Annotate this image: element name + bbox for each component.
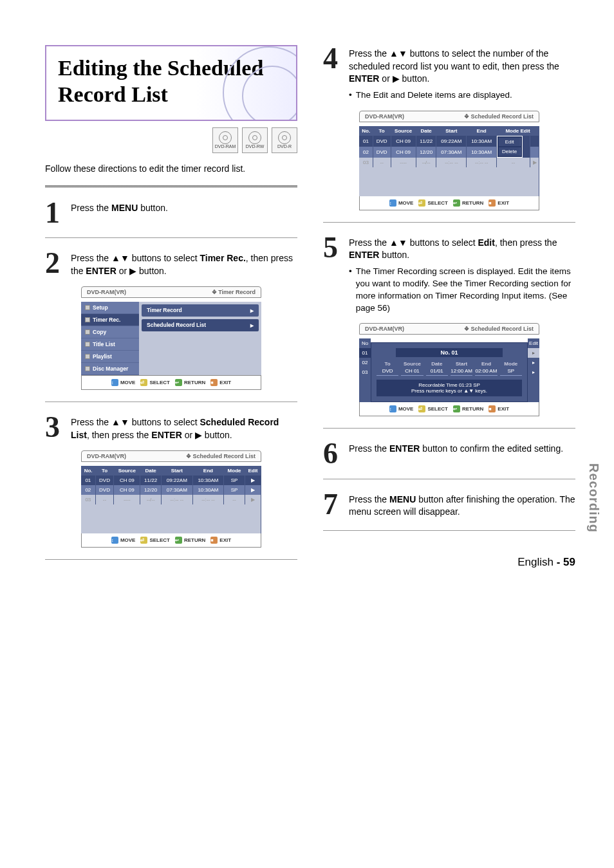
osd-submenu: Timer Record▸ Scheduled Record List▸: [139, 302, 261, 375]
step-number: 3: [45, 414, 63, 441]
step-text: Press the ▲▼ buttons to select Scheduled…: [71, 414, 297, 441]
menu-item: Disc Manager: [81, 363, 139, 375]
step-number: 7: [323, 491, 341, 519]
step-6: 6 Press the ENTER button to confirm the …: [323, 440, 575, 466]
menu-item: Title List: [81, 338, 139, 351]
divider: [323, 530, 575, 531]
step-number: 6: [323, 440, 341, 466]
step-5: 5 Press the ▲▼ buttons to select Edit, t…: [323, 234, 575, 315]
disc-ram-icon: DVD-RAM: [212, 127, 238, 153]
step-number: 1: [45, 199, 63, 226]
divider: [45, 559, 297, 560]
table-row: 03--------/----:-- ----:-- ----▶: [81, 495, 261, 504]
menu-item: Timer Rec.: [81, 314, 139, 326]
step-number: 2: [45, 250, 63, 277]
divider: [45, 402, 297, 402]
divider: [323, 479, 575, 479]
step-text: Press the ▲▼ buttons to select the numbe…: [349, 45, 575, 102]
disc-r-icon: DVD-R: [272, 127, 297, 153]
menu-item: Setup: [81, 302, 139, 314]
section-title-box: Editing the Scheduled Record List: [45, 45, 297, 121]
disc-rw-icon: DVD-RW: [242, 127, 268, 153]
step-4: 4 Press the ▲▼ buttons to select the num…: [323, 45, 575, 102]
menu-item: Copy: [81, 326, 139, 338]
table-row: 02DVDCH 0912/2007:30AM10:30AMSP▶: [81, 485, 261, 495]
table-row: [81, 504, 261, 514]
step-text: Press the ENTER button to confirm the ed…: [349, 440, 563, 466]
disc-icons: DVD-RAM DVD-RW DVD-R: [45, 127, 297, 153]
step-3: 3 Press the ▲▼ buttons to select Schedul…: [45, 414, 297, 441]
divider: [323, 428, 575, 429]
step-7: 7 Press the MENU button after finishing …: [323, 491, 575, 519]
side-tab-label: Recording: [586, 463, 601, 533]
menu-item: Playlist: [81, 351, 139, 363]
intro-text: Follow these directions to edit the time…: [45, 163, 297, 174]
osd-header: DVD-RAM(VR)❖ Timer Record: [81, 286, 261, 298]
page-footer: English - 59: [517, 556, 575, 569]
section-title: Editing the Scheduled Record List: [58, 55, 284, 108]
table-row: [81, 514, 261, 524]
step-1: 1 Press the MENU button.: [45, 199, 297, 226]
osd-timer-menu: DVD-RAM(VR)❖ Timer Record Setup Timer Re…: [81, 286, 261, 390]
osd-footnote: ↕MOVE ⏎SELECT ↩RETURN ■EXIT: [81, 376, 261, 390]
divider: [45, 237, 297, 238]
table-row: 03--------/----:-- ----:-- ----▶: [359, 158, 539, 167]
table-row: [81, 524, 261, 533]
step-2: 2 Press the ▲▼ buttons to select Timer R…: [45, 250, 297, 277]
step-text: Press the ▲▼ buttons to select Edit, the…: [349, 234, 575, 315]
osd-table: No.ToSourceDateStartEndModeEdit 01DVDCH …: [81, 466, 261, 533]
step-text: Press the ▲▼ buttons to select Timer Rec…: [71, 250, 297, 277]
step-number: 4: [323, 45, 341, 102]
osd-scheduled-list: DVD-RAM(VR)❖ Scheduled Record List No.To…: [81, 450, 261, 548]
osd-sidebar: Setup Timer Rec. Copy Title List Playlis…: [81, 302, 139, 375]
step-text: Press the MENU button.: [71, 199, 168, 226]
osd-edit-dialog: DVD-RAM(VR)❖ Scheduled Record List No 01…: [359, 323, 539, 416]
osd-edit-delete: DVD-RAM(VR)❖ Scheduled Record List No.To…: [359, 111, 539, 210]
divider: [323, 222, 575, 223]
step-text: Press the MENU button after finishing th…: [349, 491, 575, 519]
table-row: 01DVDCH 0911/2209:22AM10:30AMSP▶: [81, 476, 261, 485]
step-number: 5: [323, 234, 341, 315]
table-row: 01DVDCH 0911/2209:22AM10:30AM EditDelete: [359, 136, 539, 147]
divider: [45, 185, 297, 188]
